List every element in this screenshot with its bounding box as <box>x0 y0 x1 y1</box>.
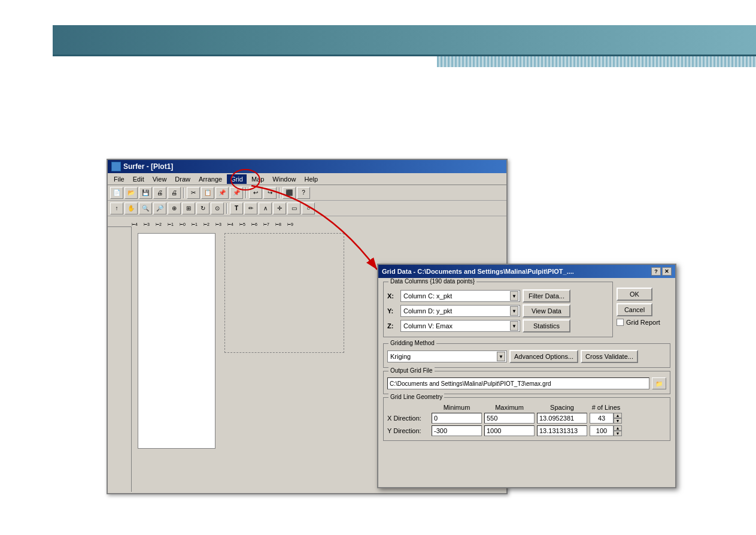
x-maximum-input[interactable] <box>484 413 535 424</box>
dialog-help-btn[interactable]: ? <box>651 267 661 276</box>
menu-grid[interactable]: Grid <box>227 174 247 184</box>
output-grid-row: C:\Documents and Settings\Malina\Pulpit\… <box>387 377 666 389</box>
canvas-dotted <box>224 233 344 353</box>
z-label: Z: <box>387 322 398 330</box>
undo-btn[interactable]: ↩ <box>249 187 262 199</box>
surfer-titlebar: Surfer - [Plot1] <box>108 160 506 173</box>
paste2-btn[interactable]: 📌 <box>230 187 243 199</box>
x-dropdown[interactable]: Column C: x_pkt ▼ <box>400 290 520 302</box>
z-dropdown-arrow[interactable]: ▼ <box>510 321 518 331</box>
oval-btn[interactable]: ○ <box>302 202 315 214</box>
ruler-area: ⊢4⊢3 ⊢2⊢1 ⊢0⊢1 ⊢2⊢3 ⊢4⊢5 ⊢6⊢7 ⊢8⊢9 <box>108 216 506 227</box>
gridding-method-arrow[interactable]: ▼ <box>497 352 505 361</box>
advanced-options-btn[interactable]: Advanced Options... <box>509 350 578 363</box>
y-spacing-input[interactable] <box>537 425 587 436</box>
open-btn[interactable]: 📂 <box>125 187 138 199</box>
target-btn[interactable]: ⊙ <box>211 202 224 214</box>
statistics-btn[interactable]: Statistics <box>523 319 570 333</box>
grid-line-headers: Minimum Maximum Spacing # of Lines <box>387 404 666 411</box>
new-btn[interactable]: 📄 <box>110 187 123 199</box>
select-btn[interactable]: ⬛ <box>283 187 296 199</box>
cross-validate-btn[interactable]: Cross Validate... <box>581 350 638 363</box>
y-maximum-input[interactable] <box>484 425 535 436</box>
y-label: Y: <box>387 307 398 315</box>
grid-report-checkbox[interactable] <box>617 319 624 326</box>
zoom-in-btn[interactable]: 🔍 <box>139 202 152 214</box>
x-label: X: <box>387 292 398 300</box>
col-spacing-label: Spacing <box>537 404 587 411</box>
x-value: Column C: x_pkt <box>403 292 517 300</box>
zoom-full-btn[interactable]: ⊞ <box>182 202 195 214</box>
rotate-btn[interactable]: ↻ <box>196 202 210 214</box>
y-lines-up-btn[interactable]: ▲ <box>614 425 622 431</box>
gridding-method-dropdown[interactable]: Kriging ▼ <box>387 350 507 362</box>
copy-btn[interactable]: 📋 <box>201 187 214 199</box>
ruler-marks: ⊢4⊢3 ⊢2⊢1 ⊢0⊢1 ⊢2⊢3 ⊢4⊢5 ⊢6⊢7 ⊢8⊢9 <box>132 216 506 227</box>
print2-btn[interactable]: 🖨 <box>168 187 181 199</box>
ok-btn[interactable]: OK <box>617 288 652 301</box>
ruler-horizontal: ⊢4⊢3 ⊢2⊢1 ⊢0⊢1 ⊢2⊢3 ⊢4⊢5 ⊢6⊢7 ⊢8⊢9 <box>132 216 506 227</box>
x-direction-label: X Direction: <box>387 415 429 422</box>
help2-btn[interactable]: ? <box>297 187 310 199</box>
y-dropdown-arrow[interactable]: ▼ <box>510 306 518 316</box>
paste-btn[interactable]: 📌 <box>215 187 229 199</box>
dialog-title-buttons: ? ✕ <box>651 267 672 276</box>
toolbar-sep3 <box>279 188 280 198</box>
toolbar-sep2 <box>245 188 247 198</box>
toolbar-sep1 <box>183 188 184 198</box>
menu-edit[interactable]: Edit <box>129 174 148 184</box>
browse-btn[interactable]: 📁 <box>652 377 666 389</box>
hand-btn[interactable]: ✋ <box>125 202 138 214</box>
surfer-menubar: File Edit View Draw Arrange Grid Map Win… <box>108 173 506 185</box>
grid-report-row: Grid Report <box>617 319 660 326</box>
menu-file[interactable]: File <box>110 174 128 184</box>
y-direction-label: Y Direction: <box>387 427 429 434</box>
text-btn[interactable]: T <box>230 202 243 214</box>
data-columns-group: Data Columns {190 data points} X: Column… <box>383 282 613 337</box>
rect-btn[interactable]: ▭ <box>287 202 300 214</box>
zoom-out-btn[interactable]: 🔎 <box>153 202 166 214</box>
toolbar2: ↑ ✋ 🔍 🔎 ⊕ ⊞ ↻ ⊙ T ✏ ∧ ✛ ▭ ○ <box>108 201 506 216</box>
output-grid-path-input[interactable]: C:\Documents and Settings\Malina\Pulpit\… <box>387 377 649 389</box>
filter-data-btn[interactable]: Filter Data... <box>523 289 570 303</box>
menu-help[interactable]: Help <box>300 174 321 184</box>
zoom-fit-btn[interactable]: ⊕ <box>168 202 181 214</box>
x-spacing-input[interactable] <box>537 413 587 424</box>
print-btn[interactable]: 🖨 <box>153 187 166 199</box>
surfer-sidebar <box>108 227 132 492</box>
cancel-btn[interactable]: Cancel <box>617 303 652 316</box>
redo-btn[interactable]: ↪ <box>263 187 277 199</box>
top-bar <box>0 0 756 66</box>
surfer-icon <box>111 162 121 171</box>
menu-arrange[interactable]: Arrange <box>195 174 226 184</box>
menu-map[interactable]: Map <box>248 174 268 184</box>
y-lines-input[interactable] <box>590 425 614 436</box>
arrow-up-btn[interactable]: ↑ <box>110 202 123 214</box>
grid-report-label: Grid Report <box>626 319 660 326</box>
gridding-method-value: Kriging <box>390 353 504 360</box>
y-dropdown[interactable]: Column D: y_pkt ▼ <box>400 305 520 317</box>
z-dropdown[interactable]: Column V: Emax ▼ <box>400 320 520 332</box>
menu-draw[interactable]: Draw <box>171 174 194 184</box>
x-lines-up-btn[interactable]: ▲ <box>614 413 622 418</box>
cut-btn[interactable]: ✂ <box>187 187 200 199</box>
y-direction-row: Y Direction: ▲ ▼ <box>387 425 666 436</box>
x-lines-input[interactable] <box>590 413 614 424</box>
line-btn[interactable]: ∧ <box>259 202 272 214</box>
menu-window[interactable]: Window <box>269 174 299 184</box>
x-row: X: Column C: x_pkt ▼ Filter Data... <box>387 289 609 303</box>
save-btn[interactable]: 💾 <box>139 187 152 199</box>
top-stripe <box>53 25 756 56</box>
cross-btn[interactable]: ✛ <box>273 202 286 214</box>
output-grid-path: C:\Documents and Settings\Malina\Pulpit\… <box>390 380 551 387</box>
x-minimum-input[interactable] <box>432 413 482 424</box>
x-dropdown-arrow[interactable]: ▼ <box>510 291 518 301</box>
view-data-btn[interactable]: View Data <box>523 304 570 318</box>
y-lines-down-btn[interactable]: ▼ <box>614 431 622 436</box>
grid-line-legend: Grid Line Geometry <box>388 394 444 400</box>
dialog-close-btn[interactable]: ✕ <box>662 267 672 276</box>
y-minimum-input[interactable] <box>432 425 482 436</box>
edit2-btn[interactable]: ✏ <box>244 202 257 214</box>
x-lines-down-btn[interactable]: ▼ <box>614 418 622 424</box>
menu-view[interactable]: View <box>149 174 171 184</box>
